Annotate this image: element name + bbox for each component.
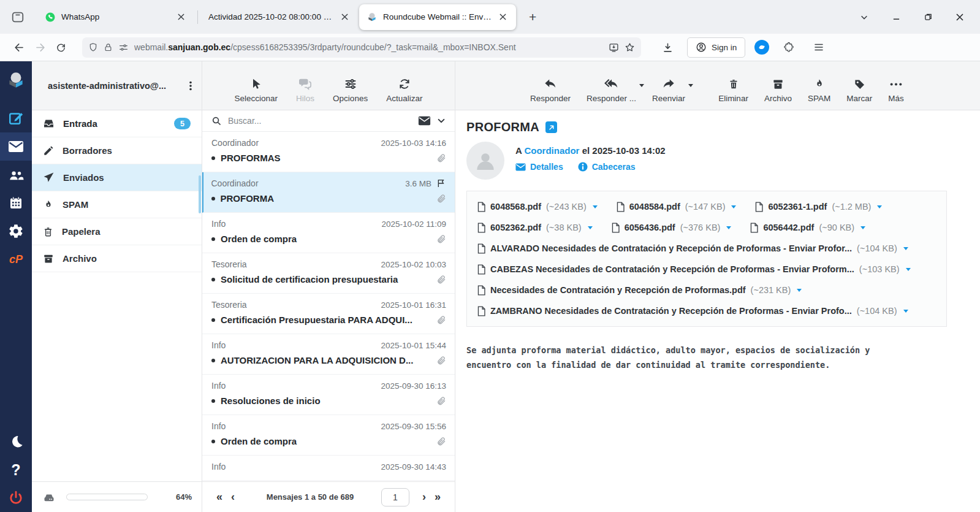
- rail-calendar-button[interactable]: [0, 189, 32, 217]
- page-number-input[interactable]: [381, 488, 409, 506]
- tab-whatsapp[interactable]: WhatsApp: [37, 4, 194, 30]
- shield-icon[interactable]: [88, 42, 98, 52]
- attachment-menu-caret: [593, 205, 598, 208]
- lock-icon[interactable]: [104, 43, 113, 52]
- downloads-icon[interactable]: [657, 37, 678, 57]
- sign-in-button[interactable]: Sign in: [687, 37, 745, 58]
- attachment[interactable]: ALVARADO Necesidades de Contratación y R…: [477, 238, 936, 259]
- forward-button[interactable]: Reenviar: [652, 78, 685, 103]
- folder-papelera[interactable]: Papelera: [32, 218, 202, 245]
- quota-track: [66, 494, 148, 500]
- message-row[interactable]: Info2025-09-30 15:56 Orden de compra: [202, 415, 455, 456]
- url-text[interactable]: webmail.sanjuan.gob.ec/cpsess6168253395/…: [134, 42, 603, 52]
- archive-button[interactable]: Archivo: [764, 78, 792, 103]
- reload-button[interactable]: [50, 37, 71, 57]
- dark-mode-moon-button[interactable]: [0, 427, 32, 456]
- search-scope-mail-icon[interactable]: [418, 116, 431, 126]
- message-row[interactable]: Info2025-10-01 15:44 AUTORIZACION PARA L…: [202, 334, 455, 375]
- tab-close-icon[interactable]: [497, 12, 509, 21]
- back-button[interactable]: [9, 37, 29, 57]
- search-input[interactable]: [228, 116, 412, 126]
- window-restore-button[interactable]: [915, 7, 941, 28]
- folder-entrada[interactable]: Entrada 5: [32, 110, 202, 137]
- next-page-button[interactable]: ›: [418, 491, 430, 503]
- message-toolbar: Responder Responder ... Reenviar Elimina…: [455, 61, 980, 110]
- delete-button[interactable]: Eliminar: [718, 78, 748, 103]
- first-page-button[interactable]: «: [212, 491, 227, 503]
- spam-button[interactable]: SPAM: [808, 78, 830, 103]
- folder-label: Entrada: [63, 118, 97, 129]
- rail-mail-button[interactable]: [0, 132, 32, 161]
- tab-close-icon[interactable]: [339, 12, 351, 21]
- extensions-puzzle-icon[interactable]: [778, 37, 799, 57]
- message-row[interactable]: Info2025-09-30 14:43: [202, 456, 455, 481]
- permissions-icon[interactable]: [118, 43, 129, 52]
- message-subject: PROFORMA: [466, 120, 539, 134]
- folder-archivo[interactable]: Archivo: [32, 245, 202, 272]
- tab-roundcube-active[interactable]: Roundcube Webmail :: Enviados: [359, 4, 516, 30]
- window-minimize-button[interactable]: [883, 7, 909, 28]
- tab-list-chevron-icon[interactable]: [851, 7, 877, 28]
- reply-button[interactable]: Responder: [530, 78, 571, 103]
- attachment[interactable]: 6048584.pdf(~147 KB): [616, 196, 737, 217]
- url-bar[interactable]: webmail.sanjuan.gob.ec/cpsess6168253395/…: [82, 37, 641, 58]
- open-in-new-window-icon[interactable]: [545, 121, 557, 133]
- folder-enviados[interactable]: Enviados: [32, 164, 202, 191]
- new-tab-button[interactable]: +: [523, 9, 542, 26]
- threads-icon: [298, 78, 312, 90]
- forward-button[interactable]: [29, 37, 50, 57]
- whatsapp-icon: [45, 12, 56, 23]
- message-row[interactable]: Tesoreria2025-10-01 16:31 Certificación …: [202, 294, 455, 334]
- last-page-button[interactable]: »: [430, 491, 445, 503]
- tab-actividad[interactable]: Actividad 2025-10-02 08:00:00 | Mo: [201, 4, 358, 30]
- details-toggle[interactable]: Detalles: [515, 162, 563, 172]
- menu-hamburger-icon[interactable]: [808, 37, 829, 57]
- attachment[interactable]: Necesidades de Contratación y Recepción …: [477, 280, 936, 300]
- rail-contacts-button[interactable]: [0, 161, 32, 189]
- firefox-view-icon[interactable]: [7, 7, 28, 28]
- unread-dot: [211, 197, 215, 201]
- rail-settings-button[interactable]: [0, 217, 32, 245]
- forward-caret-icon: [688, 84, 693, 87]
- options-button[interactable]: Opciones: [333, 78, 368, 103]
- save-page-icon[interactable]: [609, 42, 619, 53]
- folder-borradores[interactable]: Borradores: [32, 137, 202, 164]
- mark-button[interactable]: Marcar: [846, 78, 872, 103]
- search-chevron-icon[interactable]: [437, 117, 446, 125]
- folder-spam[interactable]: SPAM: [32, 191, 202, 218]
- attachment-menu-caret: [903, 247, 908, 250]
- kebab-menu-icon[interactable]: [186, 80, 196, 91]
- prev-page-button[interactable]: ‹: [227, 491, 239, 503]
- headers-toggle[interactable]: Cabeceras: [578, 162, 636, 172]
- attachment-menu-caret: [860, 226, 865, 229]
- reply-all-button[interactable]: Responder ...: [587, 78, 636, 103]
- message-row[interactable]: Tesoreria2025-10-02 10:03 Solicitud de c…: [202, 253, 455, 294]
- pdf-icon: [611, 223, 620, 233]
- cpanel-button[interactable]: cP: [0, 245, 32, 273]
- compose-button[interactable]: [0, 104, 32, 132]
- folders-scrollbar-thumb[interactable]: [199, 175, 201, 213]
- message-row-selected[interactable]: Coordinador3.6 MB PROFORMA: [202, 172, 455, 213]
- select-button[interactable]: Seleccionar: [235, 78, 278, 103]
- browser-tab-bar: WhatsApp Actividad 2025-10-02 08:00:00 |…: [0, 0, 980, 34]
- firefox-account-icon[interactable]: [754, 40, 769, 55]
- attachment[interactable]: ZAMBRANO Necesidades de Contratación y R…: [477, 300, 936, 321]
- attachment[interactable]: 6052361-1.pdf(~1.2 MB): [754, 196, 882, 217]
- attachment[interactable]: 6048568.pdf(~243 KB): [477, 196, 598, 217]
- message-row[interactable]: Coordinador2025-10-03 14:16 PROFORMAS: [202, 132, 455, 172]
- message-row[interactable]: Info2025-09-30 16:13 Resoluciones de ini…: [202, 375, 455, 415]
- window-close-button[interactable]: [947, 7, 973, 28]
- more-button[interactable]: Más: [888, 78, 904, 103]
- refresh-button[interactable]: Actualizar: [386, 78, 422, 103]
- help-button[interactable]: ?: [0, 456, 32, 484]
- attachment[interactable]: 6052362.pdf(~38 KB): [477, 217, 593, 238]
- recipient-link[interactable]: Coordinador: [524, 145, 579, 156]
- attachment[interactable]: 6056442.pdf(~90 KB): [750, 217, 865, 238]
- to-prefix: A: [515, 145, 522, 156]
- message-row[interactable]: Info2025-10-02 11:09 Orden de compra: [202, 213, 455, 253]
- attachment[interactable]: CABEZAS Necesidades de Contratación y Re…: [477, 259, 936, 280]
- bookmark-star-icon[interactable]: [625, 42, 635, 53]
- tab-close-icon[interactable]: [175, 12, 187, 21]
- attachment[interactable]: 6056436.pdf(~376 KB): [611, 217, 732, 238]
- logout-power-button[interactable]: [0, 484, 32, 512]
